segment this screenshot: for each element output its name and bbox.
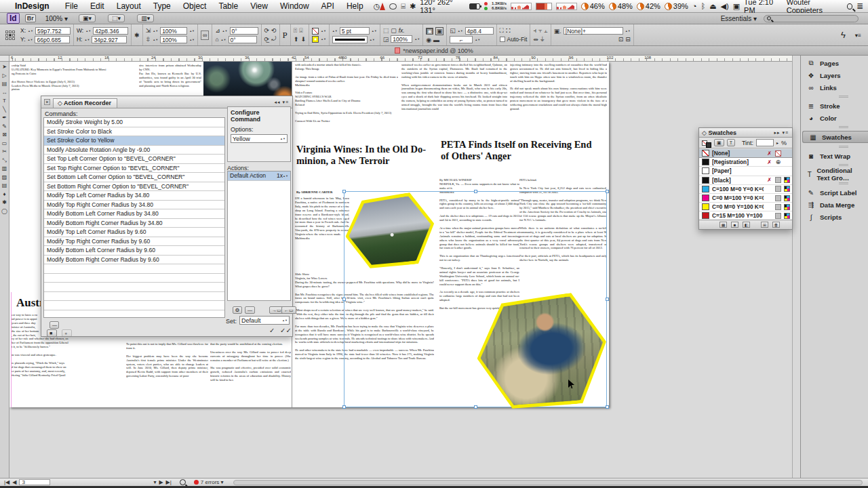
command-row[interactable] [44, 274, 224, 283]
gauge[interactable]: 46% [581, 2, 605, 10]
view-option-button[interactable]: ▥▾ [137, 14, 154, 22]
stop-recording-button[interactable]: ■ [47, 329, 57, 337]
zoom-tool[interactable]: ◯ [1, 209, 7, 214]
australia-col3[interactable]: that the party would be annihilated at t… [210, 342, 291, 407]
menu-item[interactable]: Edit [84, 1, 111, 11]
swatch-row[interactable]: C=0 M=100 Y=0 K=0 [699, 194, 792, 203]
distribute-v-button[interactable]: ⏚ [540, 36, 545, 43]
action-recorder-tab[interactable]: ◇ Action Recorder [53, 98, 117, 108]
fit-content-button[interactable]: ⛶ [500, 27, 504, 35]
horizontal-scrollbar[interactable] [233, 480, 863, 485]
show-gradient-swatches-button[interactable]: ◧ [743, 222, 750, 228]
reference-point-proxy[interactable] [5, 30, 15, 40]
command-row[interactable] [44, 292, 224, 302]
action-count-stepper[interactable]: ▲▼ [283, 175, 288, 177]
selection-handle-br[interactable] [606, 405, 609, 409]
menu-item[interactable]: Type [147, 1, 177, 11]
bluetooth-icon[interactable]: ᛒ [701, 2, 706, 10]
selection-handle-ml[interactable] [342, 298, 346, 301]
fit-frame-button[interactable]: ⛚ [506, 27, 510, 35]
scale-y-field[interactable]: 100% [160, 36, 187, 43]
selection-tool[interactable]: ➤ [2, 64, 7, 70]
dock-panel-button[interactable]: ✎ Script Label [801, 186, 868, 199]
scale-x-field[interactable]: 100% [160, 27, 187, 35]
command-row[interactable]: Set Stroke Color to Black [44, 127, 224, 137]
battery-icon[interactable] [469, 3, 480, 9]
panel-menu-icon[interactable]: ▾≡ [282, 100, 289, 104]
command-row[interactable]: Modify Bottom Left Corner Radius by 9.60 [44, 246, 224, 256]
w-stepper[interactable]: ▲▼ [85, 30, 91, 32]
horizontal-ruler[interactable]: 612182430364248 5460667278849096102108 [9, 56, 792, 62]
command-row[interactable]: Set Top Right Corner Option to "BEVEL_CO… [44, 164, 224, 174]
swatch-row[interactable]: [Registration] ✗ ⊕ [699, 158, 792, 167]
corner-shape-menu[interactable]: ▲▼ [475, 39, 480, 41]
gap-tool[interactable]: ↔ [2, 90, 7, 96]
network-speed[interactable]: 1.3KB/s6.8KB/s [492, 1, 507, 11]
command-row[interactable]: Set Bottom Right Corner Option to "BEVEL… [44, 182, 224, 192]
note-tool[interactable]: ▤ [2, 183, 7, 188]
help-clock-icon[interactable]: ◷ [374, 2, 380, 11]
virginia-col-top[interactable]: ON a humid afternoon in late May, Luca P… [295, 197, 349, 272]
eyedropper-tool[interactable]: ♦ [3, 192, 5, 197]
x-field[interactable]: 59p7.752 [35, 27, 71, 35]
flip-horizontal-button[interactable]: ⟳̲ [264, 36, 270, 43]
page-tool[interactable]: ▤ [2, 81, 7, 87]
syria-col1[interactable]: with unleashed a mortar attack that kill… [295, 63, 398, 140]
scale-y-stepper[interactable]: ▲▼ [153, 39, 158, 41]
preflight-zoom-icon[interactable] [180, 479, 186, 485]
swatch-row[interactable]: [Black] ✗ [699, 176, 792, 185]
formatting-text-button[interactable]: T [727, 139, 735, 146]
spotlight-icon[interactable] [847, 3, 852, 9]
ruler-origin-box[interactable] [0, 56, 9, 62]
command-row[interactable]: Modify Bottom Right Corner Radius by 34.… [44, 219, 224, 228]
scale-x-menu[interactable]: ▲▼ [189, 30, 195, 32]
page-menu-button[interactable]: ▾ [153, 479, 156, 485]
rectangle-frame-tool[interactable]: ⊠ [2, 132, 7, 138]
swatch-row[interactable]: C=0 M=0 Y=100 K=0 [699, 203, 792, 211]
free-transform-tool[interactable]: ⤡ [2, 158, 6, 163]
chat-status-icon[interactable] [389, 3, 397, 9]
vineyard-image-frame[interactable] [341, 190, 439, 272]
link-scale-icon[interactable]: ∞ [201, 30, 209, 40]
last-page-button[interactable]: ▶| [166, 479, 172, 485]
dock-panel-button[interactable]: ≣ Stroke [801, 100, 868, 112]
show-color-swatches-button[interactable]: ■ [731, 222, 738, 228]
virginia-byline[interactable]: By ADRIENNE CARTER [296, 190, 332, 194]
stroke-swatch[interactable] [312, 36, 319, 43]
eject-icon[interactable]: ⏏ [709, 2, 716, 11]
command-row[interactable]: Set Top Left Corner Option to "BEVEL_COR… [44, 155, 224, 164]
selection-handle-tl[interactable] [342, 190, 346, 193]
syria-col2[interactable]: sustained weeks earlier as government fo… [401, 63, 507, 140]
dock-panel-button[interactable] [801, 144, 868, 150]
zoom-level-dropdown[interactable]: 100% ▾ [45, 15, 68, 22]
rotate-90-cw-button[interactable]: ⟳ [264, 27, 270, 34]
record-button[interactable]: ● [62, 329, 72, 337]
syria-col3[interactable]: injecting intimacy into the swelling num… [510, 63, 607, 140]
autofit-checkbox[interactable] [500, 37, 505, 42]
next-page-button[interactable]: ▶ [159, 479, 163, 485]
wrap-around-button[interactable]: ◉ [426, 37, 431, 43]
corner-options-icon[interactable]: ◱ [450, 27, 456, 34]
command-row[interactable]: Modify Stroke Weight by 5.00 [44, 118, 224, 127]
rectangle-tool[interactable]: ▭ [2, 141, 7, 146]
flame-status-icon[interactable] [380, 3, 385, 10]
volume-icon[interactable]: ◀) [721, 2, 729, 11]
menu-item[interactable]: Table [212, 1, 244, 11]
swatch-row[interactable]: [Paper] [699, 167, 792, 176]
direct-selection-tool[interactable]: ▷ [2, 73, 6, 79]
timemachine-icon[interactable]: ◔ [692, 2, 697, 10]
thermometer-icon[interactable]: ⌸ [401, 2, 406, 11]
distribute-h-button[interactable]: ⏛ [533, 36, 538, 43]
line-tool[interactable]: ╲ [3, 107, 6, 113]
align-right-button[interactable]: ⫠ [544, 27, 547, 35]
menu-item[interactable]: Layout [111, 1, 147, 11]
fx-button[interactable]: fx. [399, 27, 405, 34]
dock-panel-button[interactable]: ⧉ Pages [801, 57, 868, 69]
command-row[interactable]: Set Stroke Color to Yellow [44, 136, 224, 146]
flip-vertical-button[interactable]: ⤾ [271, 35, 277, 43]
command-row[interactable]: Modify Bottom Left Corner Radius by 34.8… [44, 209, 224, 219]
x-stepper[interactable]: ▲▼ [28, 30, 33, 32]
type-tool[interactable]: T [3, 98, 6, 104]
w-field[interactable]: 42p8.346 [93, 27, 128, 35]
quick-apply-icon[interactable]: ϟ [841, 30, 846, 40]
